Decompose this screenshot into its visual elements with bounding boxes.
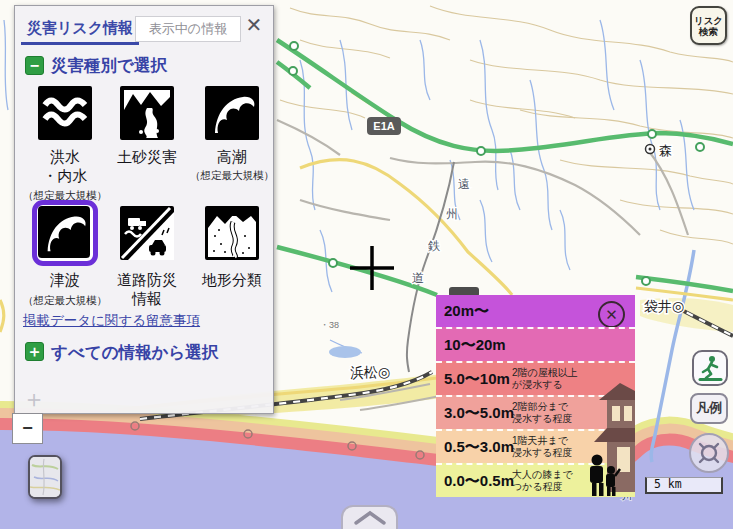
legend-row: 3.0〜5.0m 2階部分まで浸水する程度 xyxy=(436,395,635,429)
hazard-map-app: E1A 森 袋井◎ 浜松◎ ・38 遠 州 鉄 道 太 田 川 2 xyxy=(0,0,733,529)
road-disaster-label: 道路防災情報 xyxy=(107,270,187,308)
landform-label: 地形分類 xyxy=(192,270,272,289)
chevron-up-icon xyxy=(350,507,390,529)
label-hamamatsu: 浜松◎ xyxy=(350,364,390,380)
label-fukuroi: 袋井◎ xyxy=(644,298,684,314)
tsunami-wave-icon xyxy=(38,206,90,258)
legend-toggle-button[interactable]: 凡例 xyxy=(690,393,728,424)
landform-type-button[interactable] xyxy=(205,206,259,260)
road-disaster-type-button[interactable] xyxy=(120,206,174,260)
tsunami-label: 津波 xyxy=(25,270,105,289)
svg-text:E1A: E1A xyxy=(373,120,394,132)
current-location-button[interactable] xyxy=(689,433,729,473)
tab-displayed-info[interactable]: 表示中の情報 xyxy=(135,16,241,42)
storm-surge-type-button[interactable] xyxy=(205,86,259,140)
legend-depth-label: 0.0〜0.5m xyxy=(444,472,514,491)
e1a-shield: E1A xyxy=(367,117,401,135)
landslide-icon xyxy=(120,86,174,140)
legend-row: 0.0〜0.5m 大人の膝までつかる程度 xyxy=(436,463,635,497)
collapse-section-button[interactable]: − xyxy=(25,56,44,75)
disaster-risk-panel: 災害リスク情報 表示中の情報 ✕ − 災害種別で選択 xyxy=(14,5,274,414)
legend-depth-label: 3.0〜5.0m xyxy=(444,404,514,423)
svg-text:鉄: 鉄 xyxy=(428,239,440,253)
legend-depth-desc: 2階部分まで浸水する程度 xyxy=(512,401,572,425)
all-info-label[interactable]: すべての情報から選択 xyxy=(51,342,218,364)
storm-surge-label: 高潮 xyxy=(192,147,272,166)
section-title: 災害種別で選択 xyxy=(51,55,167,77)
lake xyxy=(329,346,361,358)
svg-text:州: 州 xyxy=(446,207,458,221)
legend-depth-label: 10〜20m xyxy=(444,336,506,355)
legend-depth-label: 5.0〜10m xyxy=(444,370,510,389)
tsunami-type-button-selected[interactable] xyxy=(32,200,98,266)
label-spot-height: ・38 xyxy=(320,320,339,330)
zoom-in-button-behind-panel: ＋ xyxy=(17,382,51,416)
zoom-out-button[interactable]: − xyxy=(12,413,43,444)
running-person-icon xyxy=(696,354,724,382)
collapse-drawer-button[interactable] xyxy=(341,505,398,529)
legend-close-button[interactable]: ✕ xyxy=(598,301,625,328)
flood-icon xyxy=(38,86,92,140)
risk-search-button[interactable]: リスク 検索 xyxy=(690,6,727,45)
storm-surge-sub-label: （想定最大規模） xyxy=(177,169,287,183)
landform-icon xyxy=(205,206,259,260)
panel-close-icon[interactable]: ✕ xyxy=(243,14,265,36)
storm-surge-wave-icon xyxy=(205,86,259,140)
tsunami-depth-legend: 20m〜 ✕ 10〜20m 5.0〜10m 2階の屋根以上が浸水する 3.0〜5… xyxy=(436,295,635,497)
flood-label: 洪水・内水 xyxy=(25,147,105,185)
gps-target-icon xyxy=(696,440,722,466)
landslide-label: 土砂災害 xyxy=(107,147,187,166)
evacuation-site-button[interactable] xyxy=(692,350,728,386)
legend-depth-desc: 2階の屋根以上が浸水する xyxy=(512,367,578,391)
overview-minimap-button[interactable] xyxy=(28,455,62,499)
legend-depth-label: 20m〜 xyxy=(444,302,489,321)
legend-row: 0.5〜3.0m 1階天井まで浸水する程度 xyxy=(436,429,635,463)
flood-type-button[interactable] xyxy=(38,86,92,140)
legend-depth-desc: 1階天井まで浸水する程度 xyxy=(512,435,572,459)
legend-depth-desc: 大人の膝までつかる程度 xyxy=(512,469,573,493)
map-scale-bar: 5 km xyxy=(645,477,723,494)
svg-text:道: 道 xyxy=(412,271,424,285)
legend-row: 20m〜 ✕ xyxy=(436,295,635,327)
tsunami-sub-label: （想定最大規模） xyxy=(10,294,120,308)
svg-text:森: 森 xyxy=(659,143,672,158)
data-notes-link[interactable]: 掲載データに関する留意事項 xyxy=(23,312,200,330)
minimap-thumbnail xyxy=(30,457,60,497)
tab-disaster-risk-info[interactable]: 災害リスク情報 xyxy=(21,16,139,45)
road-disaster-icon xyxy=(120,206,174,260)
expand-all-info-button[interactable]: ＋ xyxy=(25,342,44,361)
legend-depth-label: 0.5〜3.0m xyxy=(444,438,514,457)
landslide-type-button[interactable] xyxy=(120,86,174,140)
legend-row: 5.0〜10m 2階の屋根以上が浸水する xyxy=(436,361,635,395)
svg-text:遠: 遠 xyxy=(458,177,470,191)
legend-row: 10〜20m xyxy=(436,327,635,361)
